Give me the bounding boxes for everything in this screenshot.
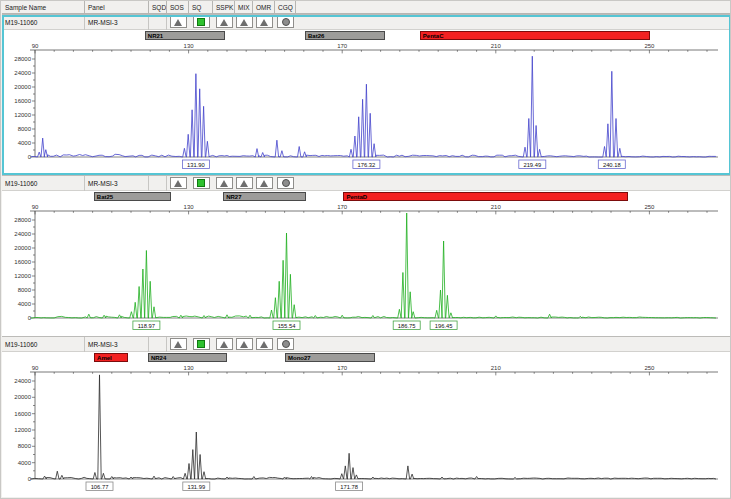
column-header-sspk: SSPK (213, 1, 235, 14)
x-axis-tick-label: 170 (337, 43, 348, 49)
electropherogram-plot[interactable]: 9013017021025040008000120001600020000240… (2, 363, 731, 497)
gray-triangle-flag-icon (174, 19, 182, 26)
peak-size-label[interactable]: 155.54 (273, 321, 300, 330)
marker-bar-nr24[interactable]: NR24 (148, 353, 227, 362)
peak-size-label[interactable]: 106.77 (86, 482, 113, 491)
x-axis-tick-label: 130 (184, 43, 195, 49)
flag-button-omr[interactable] (256, 16, 273, 28)
marker-bar-pentad[interactable]: PentaD (343, 192, 628, 201)
marker-bar-nr21[interactable]: NR21 (145, 31, 226, 40)
flag-button-sos[interactable] (170, 338, 187, 350)
y-axis-tick-label: 12000 (14, 427, 31, 433)
svg-text:196.45: 196.45 (435, 323, 453, 329)
flag-button-cgq[interactable] (277, 16, 294, 28)
flag-button-omr[interactable] (256, 338, 273, 350)
sample-name-cell[interactable]: M19-11060 (2, 176, 85, 191)
quality-pass-square-icon (197, 179, 205, 187)
svg-text:131.99: 131.99 (187, 484, 205, 490)
peak-size-label[interactable]: 131.90 (182, 160, 209, 169)
y-axis-tick-label: 28000 (14, 56, 31, 62)
flag-button-mix[interactable] (236, 16, 253, 28)
panel-name-cell[interactable]: MR-MSI-3 (85, 337, 149, 352)
peak-size-label[interactable]: 196.45 (430, 321, 457, 330)
flag-button-omr[interactable] (256, 177, 273, 189)
x-axis-tick-label: 90 (32, 43, 39, 49)
sample-panel-1[interactable]: M19-11060MR-MSI-3NR21Bat26PentaC90130170… (2, 14, 731, 175)
genotyping-app-window: Sample NamePanelSQDSOSSQSSPKMIXOMRCGQ M1… (0, 0, 731, 499)
flag-button-sq[interactable] (193, 177, 210, 189)
flag-button-sos[interactable] (170, 16, 187, 28)
electropherogram-plot[interactable]: 9013017021025040008000120001600020000240… (2, 202, 731, 336)
sqd-empty-cell (149, 337, 167, 352)
x-axis-tick-label: 90 (32, 365, 39, 371)
y-axis-tick-label: 24000 (14, 231, 31, 237)
y-axis-tick-label: 8000 (18, 126, 32, 132)
panel-name-cell[interactable]: MR-MSI-3 (85, 176, 149, 191)
peak-size-label[interactable]: 219.49 (519, 160, 546, 169)
column-header-sqd: SQD (149, 1, 167, 14)
marker-bar-amel[interactable]: Amel (94, 353, 128, 362)
gray-triangle-flag-icon (240, 19, 248, 26)
gray-triangle-flag-icon (260, 180, 268, 187)
y-axis-tick-label: 4000 (18, 460, 32, 466)
panel-name-cell[interactable]: MR-MSI-3 (85, 15, 149, 30)
sample-panel-2[interactable]: M19-11060MR-MSI-3Bat25NR27PentaD90130170… (2, 175, 731, 336)
peak-size-label[interactable]: 186.75 (393, 321, 420, 330)
electropherogram-plot[interactable]: 9013017021025040008000120001600020000240… (2, 41, 731, 175)
flag-button-sq[interactable] (193, 338, 210, 350)
marker-bar-pentac[interactable]: PentaC (420, 31, 650, 40)
sample-name-cell[interactable]: M19-11060 (2, 15, 85, 30)
flag-button-sspk[interactable] (216, 16, 233, 28)
gray-triangle-flag-icon (220, 19, 228, 26)
flag-cell-sos (167, 176, 189, 191)
flag-cell-sspk (213, 176, 235, 191)
flag-button-sos[interactable] (170, 177, 187, 189)
y-axis-tick-label: 20000 (14, 84, 31, 90)
peak-size-label[interactable]: 240.18 (598, 160, 625, 169)
sample-panel-3[interactable]: M19-11060MR-MSI-3AmelNR24Mono27901301702… (2, 336, 731, 497)
marker-bar-row: NR21Bat26PentaC (2, 30, 731, 41)
flag-cell-sos (167, 15, 189, 30)
sqd-empty-cell (149, 15, 167, 30)
marker-bar-nr27[interactable]: NR27 (223, 192, 306, 201)
svg-text:106.77: 106.77 (91, 484, 109, 490)
marker-bar-mono27[interactable]: Mono27 (285, 353, 375, 362)
flag-button-mix[interactable] (236, 177, 253, 189)
y-axis-tick-label: 12000 (14, 112, 31, 118)
flag-button-cgq[interactable] (277, 338, 294, 350)
column-header-omr: OMR (253, 1, 275, 14)
flag-cell-mix (235, 337, 253, 352)
x-axis-tick-label: 170 (337, 204, 348, 210)
marker-bar-row: Bat25NR27PentaD (2, 191, 731, 202)
flag-cell-omr (253, 176, 275, 191)
peak-size-label[interactable]: 131.99 (183, 482, 210, 491)
svg-text:171.78: 171.78 (340, 484, 358, 490)
marker-bar-bat26[interactable]: Bat26 (305, 31, 385, 40)
column-header-panel: Panel (85, 1, 149, 14)
x-axis-tick-label: 250 (644, 204, 655, 210)
x-axis-tick-label: 90 (32, 204, 39, 210)
flag-button-mix[interactable] (236, 338, 253, 350)
flag-cell-sq (189, 176, 213, 191)
gray-triangle-flag-icon (174, 341, 182, 348)
y-axis-tick-label: 16000 (14, 259, 31, 265)
marker-bar-row: AmelNR24Mono27 (2, 352, 731, 363)
peak-size-label[interactable]: 176.32 (353, 160, 380, 169)
flag-button-sspk[interactable] (216, 338, 233, 350)
sample-name-cell[interactable]: M19-11060 (2, 337, 85, 352)
y-axis-tick-label: 20000 (14, 394, 31, 400)
flag-button-sspk[interactable] (216, 177, 233, 189)
svg-text:155.54: 155.54 (278, 323, 297, 329)
marker-bar-bat25[interactable]: Bat25 (94, 192, 171, 201)
x-axis-tick-label: 210 (491, 365, 502, 371)
y-axis-tick-label: 28000 (14, 217, 31, 223)
peak-size-label[interactable]: 171.78 (336, 482, 363, 491)
flag-button-cgq[interactable] (277, 177, 294, 189)
svg-text:176.32: 176.32 (358, 162, 376, 168)
y-axis-tick-label: 4000 (18, 140, 32, 146)
flag-cell-sspk (213, 337, 235, 352)
peak-size-label[interactable]: 118.97 (133, 321, 160, 330)
flag-cell-cgq (275, 176, 296, 191)
flag-button-sq[interactable] (193, 16, 210, 28)
x-axis-tick-label: 130 (184, 204, 195, 210)
